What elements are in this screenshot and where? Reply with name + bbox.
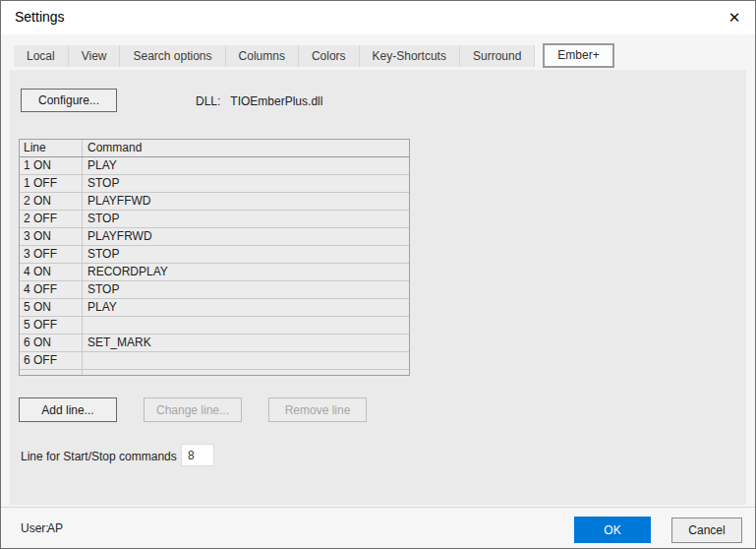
ok-button[interactable]: OK bbox=[574, 517, 651, 543]
cell-command bbox=[83, 352, 409, 369]
cell-command bbox=[83, 370, 409, 375]
tab-bar: LocalViewSearch optionsColumnsColorsKey-… bbox=[14, 42, 614, 67]
tab-local[interactable]: Local bbox=[14, 45, 69, 67]
table-row[interactable]: 4 OFFSTOP bbox=[20, 281, 409, 299]
table-row[interactable]: 5 ONPLAY bbox=[20, 299, 409, 317]
table-row[interactable]: 6 ONSET_MARK bbox=[20, 335, 409, 352]
configure-button[interactable]: Configure... bbox=[21, 89, 117, 112]
tab-columns[interactable]: Columns bbox=[226, 45, 299, 67]
cell-command: STOP bbox=[83, 175, 409, 192]
tab-key-shortcuts[interactable]: Key-Shortcuts bbox=[360, 45, 460, 67]
tab-ember-[interactable]: Ember+ bbox=[543, 43, 613, 68]
cell-line: 1 OFF bbox=[20, 175, 83, 192]
tab-search-options[interactable]: Search options bbox=[120, 45, 225, 67]
change-line-button[interactable]: Change line... bbox=[144, 397, 242, 422]
cell-command: RECORDPLAY bbox=[83, 264, 409, 280]
dll-value: TIOEmberPlus.dll bbox=[230, 94, 322, 108]
user-value: AP bbox=[47, 521, 63, 535]
tab-colors[interactable]: Colors bbox=[299, 45, 360, 67]
cell-line: 2 ON bbox=[20, 193, 83, 210]
table-partial-row[interactable] bbox=[20, 370, 409, 375]
cell-line: 3 ON bbox=[20, 228, 83, 245]
cell-line: 1 ON bbox=[20, 157, 83, 174]
close-icon[interactable]: ✕ bbox=[722, 5, 747, 30]
cell-line: 6 ON bbox=[20, 335, 83, 351]
cell-line: 5 ON bbox=[20, 299, 83, 316]
cell-line: 2 OFF bbox=[20, 211, 83, 227]
tab-view[interactable]: View bbox=[69, 45, 121, 67]
table-row[interactable]: 3 OFFSTOP bbox=[20, 246, 409, 264]
cell-command: STOP bbox=[83, 281, 409, 298]
cell-line: 4 ON bbox=[20, 264, 83, 280]
cell-command: PLAYFRWD bbox=[83, 228, 409, 245]
dll-label: DLL: bbox=[196, 94, 220, 108]
table-row[interactable]: 6 OFF bbox=[20, 352, 409, 370]
user-label: User: bbox=[21, 521, 49, 535]
cell-command: Command bbox=[83, 140, 409, 156]
startstop-input[interactable] bbox=[181, 444, 214, 466]
footer-bar: User: AP OK Cancel bbox=[1, 508, 755, 548]
tab-surround[interactable]: Surround bbox=[460, 45, 535, 67]
add-line-button[interactable]: Add line... bbox=[19, 397, 117, 422]
cell-line: 4 OFF bbox=[20, 281, 83, 298]
title-bar: Settings ✕ bbox=[1, 1, 755, 34]
window-title: Settings bbox=[15, 9, 65, 25]
command-table: LineCommand1 ONPLAY1 OFFSTOP2 ONPLAYFFWD… bbox=[19, 139, 410, 376]
table-row[interactable]: 3 ONPLAYFRWD bbox=[20, 228, 409, 246]
settings-dialog: Settings ✕ LocalViewSearch optionsColumn… bbox=[0, 0, 756, 549]
cell-line: 5 OFF bbox=[20, 317, 83, 334]
cell-command: STOP bbox=[83, 246, 409, 263]
table-row[interactable]: 2 OFFSTOP bbox=[20, 211, 409, 228]
cell-line: 6 OFF bbox=[20, 352, 83, 369]
cell-line: 3 OFF bbox=[20, 246, 83, 263]
cell-command: SET_MARK bbox=[83, 335, 409, 351]
cell-command: PLAY bbox=[83, 157, 409, 174]
cell-line: Line bbox=[20, 140, 83, 156]
table-header-row: LineCommand bbox=[20, 140, 409, 157]
tab-strip: LocalViewSearch optionsColumnsColorsKey-… bbox=[1, 34, 755, 70]
table-row[interactable]: 2 ONPLAYFFWD bbox=[20, 193, 409, 211]
remove-line-button[interactable]: Remove line bbox=[268, 397, 367, 422]
cancel-button[interactable]: Cancel bbox=[671, 518, 742, 543]
table-row[interactable]: 4 ONRECORDPLAY bbox=[20, 264, 409, 281]
table-row[interactable]: 1 ONPLAY bbox=[20, 157, 409, 175]
dll-row: DLL:TIOEmberPlus.dll bbox=[196, 94, 322, 108]
ember-tab-panel: Configure... DLL:TIOEmberPlus.dll LineCo… bbox=[10, 70, 746, 505]
cell-line bbox=[20, 370, 83, 375]
table-row[interactable]: 5 OFF bbox=[20, 317, 409, 335]
cell-command: PLAYFFWD bbox=[83, 193, 409, 210]
startstop-label: Line for Start/Stop commands bbox=[21, 450, 177, 463]
cell-command: STOP bbox=[83, 211, 409, 227]
cell-command: PLAY bbox=[83, 299, 409, 316]
cell-command bbox=[83, 317, 409, 334]
table-row[interactable]: 1 OFFSTOP bbox=[20, 175, 409, 193]
